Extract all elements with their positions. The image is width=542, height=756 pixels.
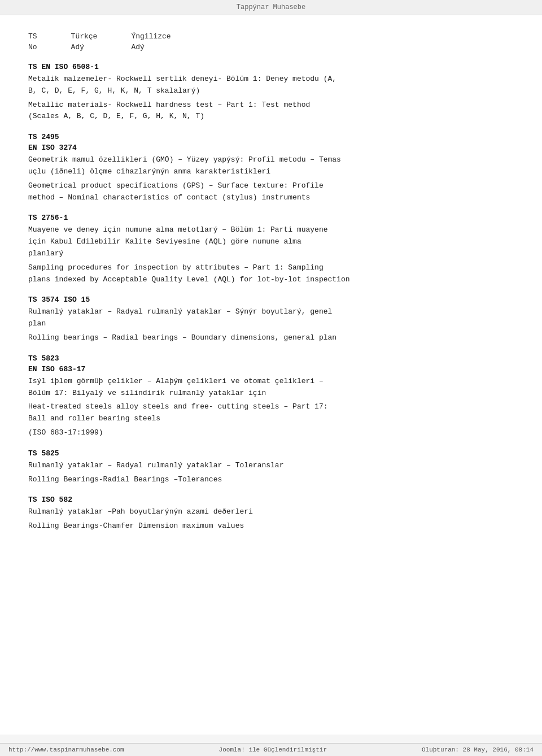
ts-number-4: TS 3574 ISO 15 (28, 296, 514, 304)
col1-row1: TS (28, 32, 37, 41)
section-3: TS 2756-1 Muayene ve deney için numune a… (28, 214, 514, 285)
english-text-4: Rolling bearings – Radial bearings – Bou… (28, 332, 514, 344)
col2-row1: Türkçe (71, 32, 98, 41)
section-6: TS 5825 Rulmanlý yataklar – Radyal rulma… (28, 449, 514, 486)
col3-row2: Adý (131, 43, 171, 51)
col3-row1: Ýngilizce (131, 32, 171, 41)
english-text-5: Heat-treated steels alloy steels and fre… (28, 401, 514, 425)
header-labels: TS No Türkçe Adý Ýngilizce Adý (28, 32, 514, 51)
section-5: TS 5823 EN ISO 683-17 Isýl iþlem görmüþ … (28, 354, 514, 439)
col2-row2: Adý (71, 43, 98, 51)
ts-number-5: TS 5823 (28, 354, 514, 363)
page-top-bar: Tappýnar Muhasebe (0, 0, 542, 15)
content-area: TS No Türkçe Adý Ýngilizce Adý TS EN ISO… (0, 15, 542, 559)
page-wrapper: Tappýnar Muhasebe TS No Türkçe Adý Ýngil… (0, 0, 542, 735)
ts-number-3: TS 2756-1 (28, 214, 514, 222)
turkish-text-4: Rulmanlý yataklar – Radyal rulmanlý yata… (28, 306, 514, 330)
section-7: TS ISO 582 Rulmanlý yataklar –Pah boyutl… (28, 496, 514, 532)
site-title: Tappýnar Muhasebe (237, 3, 305, 11)
turkish-text-3: Muayene ve deney için numune alma metotl… (28, 224, 514, 259)
section-1: TS EN ISO 6508-1 Metalik malzemeler- Roc… (28, 63, 514, 123)
english-text-3: Sampling procedures for inspection by at… (28, 262, 514, 286)
ts-number-6: TS 5825 (28, 449, 514, 458)
col-ts: TS No (28, 32, 37, 51)
col1-row2: No (28, 43, 37, 51)
col-english: Ýngilizce Adý (131, 32, 171, 51)
turkish-text-1: Metalik malzemeler- Rockwell sertlik den… (28, 73, 514, 97)
section-2: TS 2495 EN ISO 3274 Geometrik mamul özel… (28, 133, 514, 203)
ts-number-2: TS 2495 (28, 133, 514, 141)
col-turkish: Türkçe Adý (71, 32, 98, 51)
ts-number-1: TS EN ISO 6508-1 (28, 63, 514, 71)
turkish-text-2: Geometrik mamul özellikleri (GMÖ) – Yüze… (28, 154, 514, 178)
iso-number-5: EN ISO 683-17 (28, 365, 514, 373)
english-text-2: Geometrical product specifications (GPS)… (28, 180, 514, 204)
iso-number-2: EN ISO 3274 (28, 144, 514, 152)
turkish-text-6: Rulmanlý yataklar – Radyal rulmanlý yata… (28, 460, 514, 472)
section-4: TS 3574 ISO 15 Rulmanlý yataklar – Radya… (28, 296, 514, 344)
extra-text-5: (ISO 683-17:1999) (28, 427, 514, 439)
english-text-6: Rolling Bearings-Radial Bearings –Tolera… (28, 474, 514, 486)
turkish-text-5: Isýl iþlem görmüþ çelikler – Alaþým çeli… (28, 376, 514, 399)
english-text-1: Metallic materials- Rockwell hardness te… (28, 99, 514, 123)
english-text-7: Rolling Bearings-Chamfer Dimension maxim… (28, 520, 514, 532)
ts-number-7: TS ISO 582 (28, 496, 514, 504)
turkish-text-7: Rulmanlý yataklar –Pah boyutlarýnýn azam… (28, 506, 514, 518)
